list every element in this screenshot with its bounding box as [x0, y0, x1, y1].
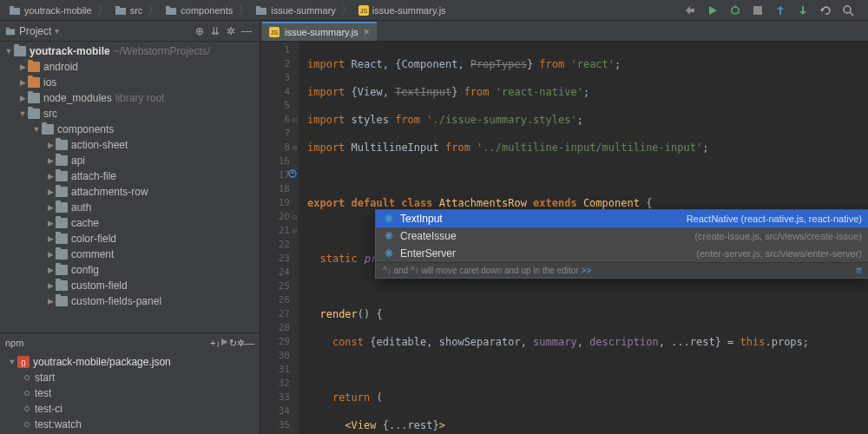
- expand-icon[interactable]: ▼: [7, 358, 17, 366]
- tree-root[interactable]: ▼ youtrack-mobile ~/WebstormProjects/: [0, 43, 260, 59]
- expand-icon[interactable]: ▶: [45, 250, 56, 259]
- tree-node[interactable]: ▶ios: [0, 75, 260, 90]
- line-number[interactable]: 2: [260, 57, 290, 71]
- override-gutter-icon[interactable]: [288, 168, 297, 182]
- expand-icon[interactable]: ▶: [45, 219, 56, 227]
- expand-icon[interactable]: ▼: [3, 47, 14, 56]
- expand-icon[interactable]: ▶: [45, 203, 56, 212]
- tree-node[interactable]: ▶node_moduleslibrary root: [0, 90, 260, 106]
- line-number[interactable]: 19: [260, 196, 290, 210]
- line-number[interactable]: 30: [260, 349, 290, 363]
- tree-node[interactable]: ▶attachments-row: [0, 184, 260, 200]
- autocomplete-item[interactable]: ❋TextInputReactNative (react-native.js, …: [376, 210, 868, 227]
- gutter[interactable]: 123456⊟78⊞1617181920⊟21⊟2223242526272829…: [260, 42, 299, 434]
- editor-tab[interactable]: JS issue-summary.js ×: [262, 22, 377, 41]
- expand-icon[interactable]: ▶: [45, 172, 56, 181]
- project-tree[interactable]: ▼ youtrack-mobile ~/WebstormProjects/ ▶a…: [0, 42, 260, 332]
- tree-node[interactable]: ▶config: [0, 262, 260, 278]
- expand-icon[interactable]: ▶: [45, 266, 56, 274]
- line-number[interactable]: 5: [260, 99, 290, 113]
- tree-node[interactable]: ▼components: [0, 122, 260, 137]
- line-number[interactable]: 26: [260, 293, 290, 307]
- line-number[interactable]: 24: [260, 266, 290, 279]
- tree-node[interactable]: ▶api: [0, 153, 260, 168]
- vcs-update-button[interactable]: [773, 3, 788, 18]
- breadcrumb-item[interactable]: JSissue-summary.js: [355, 5, 450, 16]
- npm-script-item[interactable]: test: [0, 385, 260, 401]
- gear-icon[interactable]: ✲: [223, 25, 239, 37]
- npm-scripts-tree[interactable]: ▼ {} youtrack-mobile/package.json startt…: [0, 352, 260, 434]
- line-number[interactable]: 33: [260, 391, 290, 404]
- line-number[interactable]: 31: [260, 363, 290, 377]
- expand-icon[interactable]: ▶: [45, 281, 56, 290]
- fold-icon[interactable]: ⊟: [293, 113, 297, 127]
- npm-script-item[interactable]: test-ci: [0, 401, 260, 417]
- line-number[interactable]: 21⊟: [260, 224, 290, 238]
- expand-icon[interactable]: ▶: [17, 94, 28, 102]
- scroll-from-source-button[interactable]: ⊕: [192, 25, 207, 37]
- tree-node[interactable]: ▶color-field: [0, 231, 260, 247]
- tree-node[interactable]: ▶cache: [0, 215, 260, 231]
- line-number[interactable]: 6⊟: [260, 113, 290, 127]
- autocomplete-item[interactable]: ❋EnterServer(enter-server.js, src/views/…: [376, 245, 868, 262]
- refresh-button[interactable]: ↻: [229, 338, 237, 349]
- line-number[interactable]: 27: [260, 307, 290, 321]
- run-script-button[interactable]: [220, 338, 229, 348]
- autocomplete-popup[interactable]: ❋TextInputReactNative (react-native.js, …: [375, 209, 868, 279]
- expand-icon[interactable]: ▶: [45, 234, 56, 243]
- npm-script-item[interactable]: start: [0, 370, 260, 385]
- stop-button[interactable]: [750, 3, 766, 18]
- breadcrumb-item[interactable]: components: [161, 4, 236, 16]
- line-number[interactable]: 16: [260, 155, 290, 168]
- breadcrumb-item[interactable]: src: [111, 4, 147, 16]
- expand-icon[interactable]: ▶: [17, 78, 28, 87]
- debug-button[interactable]: [727, 3, 743, 18]
- collapse-all-button[interactable]: ⇊: [207, 25, 223, 37]
- line-number[interactable]: 32: [260, 377, 290, 391]
- line-number[interactable]: 35: [260, 418, 290, 432]
- close-icon[interactable]: ×: [364, 26, 370, 38]
- expand-icon[interactable]: ▶: [45, 141, 56, 149]
- expand-icon[interactable]: ▶: [45, 156, 56, 165]
- breadcrumb-item[interactable]: issue-summary: [252, 4, 339, 16]
- tree-node[interactable]: ▶comment: [0, 247, 260, 262]
- gear-icon[interactable]: ✲: [237, 338, 245, 349]
- tree-node[interactable]: ▶android: [0, 59, 260, 75]
- pi-icon[interactable]: π: [856, 266, 862, 275]
- line-number[interactable]: 3: [260, 71, 290, 85]
- line-number[interactable]: 25: [260, 279, 290, 293]
- line-number[interactable]: 7: [260, 127, 290, 141]
- code-area[interactable]: 123456⊟78⊞1617181920⊟21⊟2223242526272829…: [260, 42, 868, 434]
- run-button[interactable]: [705, 3, 720, 18]
- line-number[interactable]: 34: [260, 404, 290, 418]
- autocomplete-item[interactable]: ❋CreateIssue(create-issue.js, src/views/…: [376, 227, 868, 245]
- npm-script-item[interactable]: test:watch: [0, 417, 260, 432]
- line-number[interactable]: 22: [260, 238, 290, 252]
- expand-icon[interactable]: ▶: [45, 187, 56, 196]
- line-number[interactable]: 23: [260, 252, 290, 266]
- fold-icon[interactable]: ⊟: [293, 224, 297, 238]
- line-number[interactable]: 4: [260, 85, 290, 99]
- fold-icon[interactable]: ⊟: [293, 210, 297, 224]
- hide-panel-button[interactable]: —: [245, 338, 254, 348]
- line-number[interactable]: 28: [260, 321, 290, 335]
- tree-node[interactable]: ▶attach-file: [0, 168, 260, 184]
- add-button[interactable]: +↓: [210, 338, 220, 348]
- dropdown-icon[interactable]: ▾: [55, 26, 59, 36]
- line-number[interactable]: 8⊞: [260, 141, 290, 155]
- expand-icon[interactable]: ▼: [31, 125, 42, 134]
- line-number[interactable]: 17: [260, 168, 290, 182]
- undo-button[interactable]: [818, 3, 833, 18]
- line-number[interactable]: 20⊟: [260, 210, 290, 224]
- build-button[interactable]: [682, 3, 698, 18]
- line-number[interactable]: 29: [260, 335, 290, 349]
- tree-node[interactable]: ▼src: [0, 106, 260, 122]
- hide-panel-button[interactable]: —: [239, 25, 254, 37]
- tree-node[interactable]: ▶action-sheet: [0, 137, 260, 153]
- fold-icon[interactable]: ⊞: [293, 141, 297, 155]
- expand-icon[interactable]: ▶: [17, 62, 28, 71]
- vcs-commit-button[interactable]: [795, 3, 811, 18]
- expand-icon[interactable]: ▼: [17, 109, 28, 118]
- line-number[interactable]: 1: [260, 43, 290, 57]
- tree-node[interactable]: ▶custom-field: [0, 278, 260, 293]
